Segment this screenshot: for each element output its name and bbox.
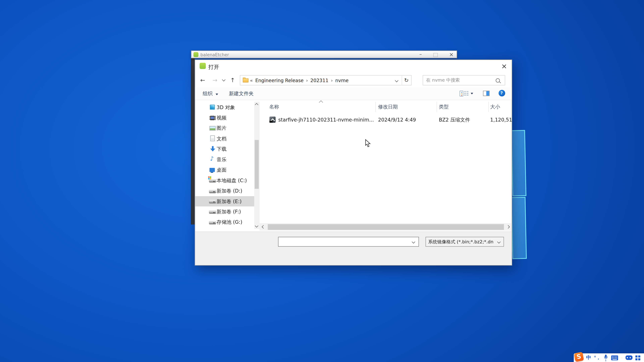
sidebar-item-downloads[interactable]: 下载: [195, 144, 254, 154]
file-row[interactable]: starfive-jh7110-202311-nvme-minim... 202…: [260, 115, 512, 125]
up-button[interactable]: ↑: [230, 77, 235, 83]
drive-icon: [209, 221, 216, 224]
address-bar[interactable]: « Engineering Release › 202311 › nvme ↻: [240, 75, 412, 85]
address-dropdown-icon[interactable]: [395, 79, 398, 82]
drive-icon: [209, 200, 216, 203]
new-folder-button[interactable]: 新建文件夹: [229, 90, 254, 97]
videos-icon: [209, 115, 216, 120]
sidebar-item-videos[interactable]: 视频: [195, 113, 254, 123]
bz2-file-icon: [269, 117, 276, 123]
sidebar-item-3d-objects[interactable]: 3D 对象: [195, 102, 254, 113]
back-button[interactable]: ←: [200, 77, 205, 83]
ime-toolbox-icon[interactable]: [635, 355, 640, 360]
microphone-icon[interactable]: [604, 355, 608, 361]
sidebar-scrollbar[interactable]: [254, 102, 260, 229]
chevron-down-icon: [216, 93, 218, 95]
sidebar-item-drive-e[interactable]: 新加卷 (E:): [195, 196, 254, 207]
scrollbar-thumb[interactable]: [268, 224, 504, 230]
wallpaper-window-logo-top-pane: [511, 130, 526, 196]
drive-icon: [209, 189, 216, 193]
breadcrumb-item[interactable]: nvme: [334, 77, 350, 83]
wallpaper-window-logo-bottom-pane: [511, 197, 527, 259]
etcher-window-title: balenaEtcher: [200, 52, 229, 57]
sidebar-item-drive-d[interactable]: 新加卷 (D:): [195, 186, 254, 196]
3d-objects-icon: [210, 105, 214, 109]
mouse-cursor: [365, 139, 371, 148]
sort-ascending-icon: [319, 100, 323, 104]
chevron-down-icon: [497, 240, 500, 243]
breadcrumb-item[interactable]: Engineering Release: [254, 77, 305, 83]
folder-icon: [242, 78, 248, 82]
sidebar-item-pictures[interactable]: 图片: [195, 123, 254, 133]
column-divider[interactable]: [436, 102, 437, 112]
filetype-dropdown[interactable]: 系统镜像格式 (*.bin;*.bz2;*.dn: [425, 237, 504, 247]
sogou-logo-icon[interactable]: S: [574, 352, 584, 362]
organize-menu[interactable]: 组织: [203, 90, 218, 97]
breadcrumb-item[interactable]: 202311: [309, 77, 330, 83]
file-type: BZ2 压缩文件: [439, 115, 486, 125]
help-button[interactable]: ?: [498, 90, 505, 96]
column-header-name[interactable]: 名称: [269, 102, 279, 112]
sidebar-item-drive-f[interactable]: 新加卷 (F:): [195, 207, 254, 217]
chevron-down-icon[interactable]: [412, 240, 415, 243]
open-file-dialog: 打开 × ← → ↑ « Engineering Release › 20231…: [194, 59, 512, 266]
scroll-down-icon[interactable]: [254, 223, 260, 228]
sidebar-item-storage-pool-g[interactable]: 存储池 (G:): [195, 217, 254, 227]
refresh-button[interactable]: ↻: [402, 77, 411, 83]
etcher-window-body: [191, 58, 195, 224]
etcher-close-button[interactable]: ×: [446, 51, 456, 58]
keyboard-icon[interactable]: [611, 355, 618, 360]
filename-combobox[interactable]: [278, 237, 419, 247]
search-box[interactable]: [422, 75, 505, 85]
sidebar-item-desktop[interactable]: 桌面: [195, 165, 254, 175]
command-toolbar: 组织 新建文件夹 ?: [195, 87, 512, 100]
minimize-button[interactable]: –: [416, 51, 426, 58]
music-icon: ♪: [210, 155, 214, 162]
scroll-up-icon[interactable]: [254, 103, 260, 107]
column-header-modified[interactable]: 修改日期: [378, 102, 398, 112]
dialog-app-icon: [200, 63, 206, 69]
maximize-button[interactable]: [433, 53, 438, 57]
file-modified-date: 2024/9/12 4:49: [378, 115, 431, 125]
column-divider[interactable]: [375, 102, 376, 112]
balena-logo-icon: [193, 52, 198, 57]
column-divider[interactable]: [488, 102, 488, 112]
screen: balenaEtcher – × 打开 × ← → ↑ « Engineerin…: [0, 0, 644, 362]
breadcrumb-overflow[interactable]: «: [249, 77, 254, 83]
dialog-close-button[interactable]: ×: [500, 62, 509, 71]
documents-icon: [210, 136, 215, 141]
history-dropdown-icon[interactable]: [222, 78, 225, 81]
search-input[interactable]: [423, 77, 496, 83]
chevron-right-icon[interactable]: ›: [330, 77, 334, 83]
view-dropdown-icon[interactable]: [470, 93, 473, 94]
navigation-sidebar: 3D 对象 视频 图片 文档 下载 ♪ 音乐 桌面 本地磁盘 (C: [195, 100, 254, 231]
ime-punctuation-toggle[interactable]: °，: [594, 355, 600, 361]
ime-toolbar: S 中 °，: [574, 354, 644, 362]
column-header-size[interactable]: 大小: [490, 102, 500, 112]
scroll-left-icon[interactable]: [260, 223, 266, 231]
sidebar-item-drive-c[interactable]: 本地磁盘 (C:): [195, 175, 254, 186]
scroll-right-icon[interactable]: [505, 223, 511, 231]
dialog-title: 打开: [208, 64, 219, 71]
filename-input[interactable]: [278, 239, 412, 245]
sidebar-item-music[interactable]: ♪ 音乐: [195, 154, 254, 165]
file-size: 1,120,519: [490, 115, 512, 125]
preview-pane-button[interactable]: [483, 91, 489, 96]
sidebar-item-documents[interactable]: 文档: [195, 134, 254, 144]
gamepad-icon[interactable]: [626, 356, 632, 360]
change-view-button[interactable]: [459, 91, 468, 96]
column-header-type[interactable]: 类型: [439, 102, 449, 112]
desktop-icon: [209, 168, 215, 172]
ime-mode-toggle[interactable]: 中: [586, 354, 591, 361]
dialog-titlebar[interactable]: 打开 ×: [195, 60, 512, 74]
etcher-titlebar[interactable]: balenaEtcher – ×: [191, 50, 457, 58]
search-icon[interactable]: [496, 78, 500, 82]
forward-button[interactable]: →: [212, 77, 217, 83]
chevron-right-icon[interactable]: ›: [305, 77, 309, 83]
ime-skin-button[interactable]: [621, 357, 622, 358]
filetype-value: 系统镜像格式 (*.bin;*.bz2;*.dn: [426, 239, 498, 245]
dialog-footer: 文件名(N): 系统镜像格式 (*.bin;*.bz2;*.dn 打开(O) 取…: [195, 231, 512, 265]
scrollbar-thumb[interactable]: [254, 140, 258, 189]
file-name: starfive-jh7110-202311-nvme-minim...: [278, 115, 375, 125]
files-horizontal-scrollbar[interactable]: [260, 223, 512, 231]
